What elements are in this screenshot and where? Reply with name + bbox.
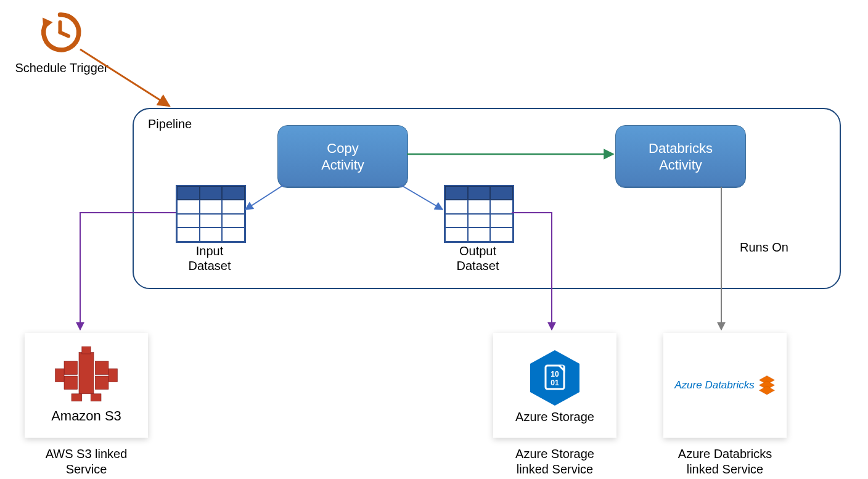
svg-rect-6	[55, 369, 64, 382]
svg-rect-12	[91, 394, 101, 401]
databricks-activity-box: Databricks Activity	[615, 125, 746, 188]
svg-rect-7	[95, 361, 108, 375]
svg-text:10: 10	[551, 370, 559, 379]
azure-databricks-caption: Azure Databricks linked Service	[663, 446, 787, 477]
svg-rect-10	[82, 346, 91, 354]
schedule-trigger-icon	[37, 9, 83, 55]
azure-databricks-tile-text: Azure Databricks	[674, 379, 754, 391]
schedule-trigger-label: Schedule Trigger	[6, 60, 117, 75]
amazon-s3-tile-text: Amazon S3	[51, 408, 121, 424]
svg-rect-11	[72, 394, 82, 401]
amazon-s3-icon	[49, 346, 123, 406]
svg-marker-19	[759, 386, 774, 395]
azure-storage-caption: Azure Storage linked Service	[493, 446, 616, 477]
svg-marker-0	[43, 18, 53, 30]
output-dataset-label: Output Dataset	[444, 244, 512, 273]
runs-on-label: Runs On	[740, 240, 788, 255]
databricks-logo-icon	[758, 375, 776, 396]
svg-rect-3	[79, 353, 94, 394]
pipeline-label: Pipeline	[148, 117, 192, 131]
svg-text:01: 01	[551, 379, 559, 387]
output-dataset-icon	[444, 185, 514, 243]
amazon-s3-tile: Amazon S3	[25, 333, 148, 438]
input-dataset-label: Input Dataset	[176, 244, 244, 273]
azure-storage-icon: 10 01	[524, 347, 586, 409]
svg-rect-8	[95, 376, 108, 390]
svg-rect-4	[64, 361, 78, 375]
copy-activity-box: Copy Activity	[277, 125, 408, 188]
svg-rect-9	[108, 369, 117, 382]
connector-trigger-to-pipeline	[80, 49, 170, 106]
azure-databricks-tile: Azure Databricks	[663, 333, 787, 438]
azure-storage-tile-text: Azure Storage	[515, 410, 594, 424]
azure-storage-tile: 10 01 Azure Storage	[493, 333, 616, 438]
amazon-s3-caption: AWS S3 linked Service	[25, 446, 148, 477]
input-dataset-icon	[176, 185, 246, 243]
svg-rect-5	[64, 376, 78, 390]
svg-line-2	[60, 33, 69, 36]
